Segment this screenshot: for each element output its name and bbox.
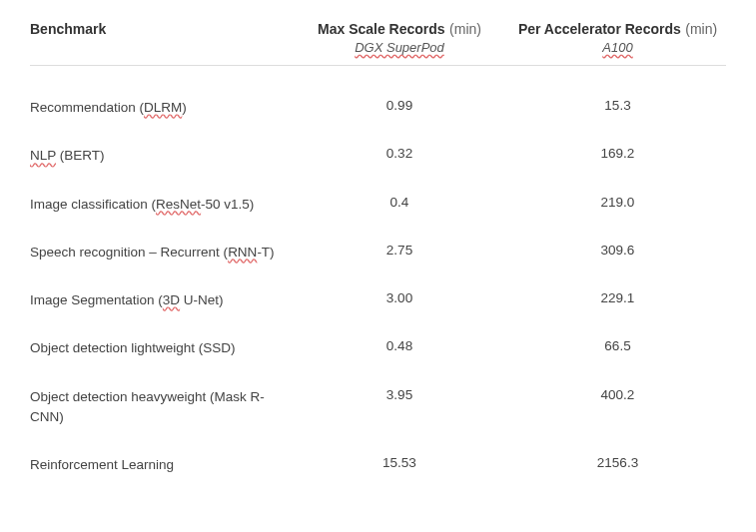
benchmark-name: Object detection lightweight (SSD): [30, 338, 290, 358]
benchmark-name: Image classification (ResNet-50 v1.5): [30, 195, 290, 215]
max-scale-value: 3.00: [290, 290, 509, 310]
table-row: Object detection lightweight (SSD)0.4866…: [30, 324, 726, 372]
benchmark-table: Benchmark Max Scale Records (min) DGX Su…: [30, 20, 726, 489]
table-row: Reinforcement Learning15.532156.3: [30, 441, 726, 489]
per-accel-value: 169.2: [509, 146, 726, 166]
per-accel-value: 219.0: [509, 195, 726, 215]
max-scale-value: 2.75: [290, 243, 509, 263]
max-scale-value: 3.95: [290, 387, 509, 428]
header-benchmark: Benchmark: [30, 20, 290, 55]
header-per-accel-unit: (min): [685, 21, 717, 37]
table-row: Speech recognition – Recurrent (RNN-T)2.…: [30, 229, 726, 276]
per-accel-value: 229.1: [509, 290, 726, 310]
per-accel-value: 309.6: [509, 243, 726, 263]
per-accel-value: 2156.3: [509, 455, 726, 475]
max-scale-value: 0.4: [290, 195, 509, 215]
table-header-row: Benchmark Max Scale Records (min) DGX Su…: [30, 20, 726, 66]
per-accel-value: 15.3: [509, 98, 726, 118]
benchmark-name: Image Segmentation (3D U-Net): [30, 290, 290, 310]
benchmark-name: Recommendation (DLRM): [30, 98, 290, 118]
max-scale-value: 0.48: [290, 338, 509, 358]
header-max-scale-unit: (min): [449, 21, 481, 37]
benchmark-name: Object detection heavyweight (Mask R-CNN…: [30, 387, 290, 428]
max-scale-value: 0.32: [290, 146, 509, 166]
per-accel-value: 400.2: [509, 387, 726, 428]
table-row: Object detection heavyweight (Mask R-CNN…: [30, 373, 726, 442]
table-row: Recommendation (DLRM)0.9915.3: [30, 84, 726, 132]
table-body: Recommendation (DLRM)0.9915.3NLP (BERT)0…: [30, 84, 726, 489]
per-accel-value: 66.5: [509, 338, 726, 358]
table-row: Image classification (ResNet-50 v1.5)0.4…: [30, 181, 726, 229]
table-row: NLP (BERT)0.32169.2: [30, 132, 726, 180]
header-per-accel-sub: A100: [509, 40, 726, 55]
benchmark-name: NLP (BERT): [30, 146, 290, 166]
table-row: Image Segmentation (3D U-Net)3.00229.1: [30, 276, 726, 324]
header-benchmark-label: Benchmark: [30, 21, 106, 37]
max-scale-value: 15.53: [290, 455, 509, 475]
benchmark-name: Speech recognition – Recurrent (RNN-T): [30, 243, 290, 263]
max-scale-value: 0.99: [290, 98, 509, 118]
header-per-accel-label: Per Accelerator Records: [518, 21, 681, 37]
header-max-scale-label: Max Scale Records: [318, 21, 445, 37]
header-max-scale: Max Scale Records (min) DGX SuperPod: [290, 20, 509, 55]
benchmark-name: Reinforcement Learning: [30, 455, 290, 475]
header-max-scale-sub: DGX SuperPod: [290, 40, 509, 55]
header-per-accel: Per Accelerator Records (min) A100: [509, 20, 726, 55]
